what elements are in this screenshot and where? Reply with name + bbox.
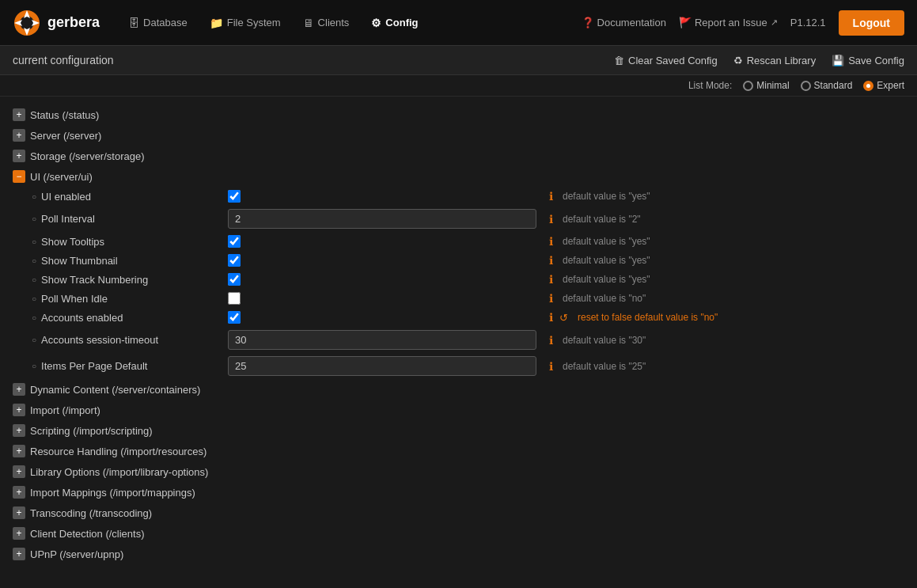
listmode-standard[interactable]: Standard	[801, 80, 853, 91]
bullet-ui-enabled: ○	[32, 192, 36, 201]
bullet-show-tooltips: ○	[32, 237, 36, 246]
expand-library-options[interactable]: +	[13, 465, 25, 478]
expand-transcoding[interactable]: +	[13, 506, 25, 519]
header-right: ❓ Documentation 🚩 Report an Issue ↗ P1.1…	[582, 10, 904, 36]
logout-button[interactable]: Logout	[839, 10, 904, 36]
bullet-show-thumbnail: ○	[32, 256, 36, 265]
reset-icon-accounts: ↺	[559, 312, 568, 324]
clear-config-button[interactable]: 🗑 Clear Saved Config	[614, 55, 718, 66]
tree-item-client-detection[interactable]: + Client Detection (/clients)	[13, 523, 904, 544]
info-accounts-enabled[interactable]: ℹ	[549, 311, 553, 324]
tree-item-dynamic-content[interactable]: + Dynamic Content (/server/containers)	[13, 379, 904, 400]
info-accounts-session-timeout[interactable]: ℹ	[549, 334, 553, 347]
external-link-icon: ↗	[771, 17, 778, 28]
radio-minimal	[743, 81, 753, 91]
report-issue-link[interactable]: 🚩 Report an Issue ↗	[679, 17, 778, 28]
reset-text-accounts[interactable]: reset to false default value is "no"	[578, 312, 718, 323]
bullet-poll-when-idle: ○	[32, 294, 36, 303]
info-items-per-page[interactable]: ℹ	[549, 360, 553, 373]
info-show-track-numbering[interactable]: ℹ	[549, 273, 553, 286]
config-row-accounts-session-timeout: ○ Accounts session-timeout ℹ default val…	[32, 327, 904, 353]
expand-status[interactable]: +	[13, 108, 25, 121]
expand-client-detection[interactable]: +	[13, 527, 25, 540]
refresh-icon: ♻	[733, 55, 743, 66]
tree-item-upnp[interactable]: + UPnP (/server/upnp)	[13, 544, 904, 564]
nav-filesystem[interactable]: 📁 File System	[200, 12, 290, 34]
tree-item-library-options[interactable]: + Library Options (/import/library-optio…	[13, 461, 904, 482]
tree-item-scripting[interactable]: + Scripting (/import/scripting)	[13, 420, 904, 441]
tree-item-ui[interactable]: − UI (/server/ui)	[13, 166, 904, 187]
flag-icon: 🚩	[679, 17, 692, 28]
nav-database[interactable]: 🗄 Database	[119, 12, 197, 34]
save-config-button[interactable]: 💾 Save Config	[832, 55, 904, 66]
checkbox-show-tooltips[interactable]	[228, 235, 241, 248]
input-accounts-session-timeout[interactable]	[228, 330, 536, 350]
info-show-thumbnail[interactable]: ℹ	[549, 254, 553, 267]
bullet-poll-interval: ○	[32, 214, 36, 223]
checkbox-show-track-numbering[interactable]	[228, 273, 241, 286]
bullet-accounts-session-timeout: ○	[32, 336, 36, 344]
expand-resource-handling[interactable]: +	[13, 445, 25, 457]
checkbox-poll-when-idle[interactable]	[228, 292, 241, 305]
rescan-library-button[interactable]: ♻ Rescan Library	[733, 55, 816, 66]
bullet-accounts-enabled: ○	[32, 313, 36, 322]
expand-scripting[interactable]: +	[13, 424, 25, 437]
documentation-link[interactable]: ❓ Documentation	[582, 17, 666, 28]
tree-item-storage[interactable]: + Storage (/server/storage)	[13, 146, 904, 166]
clients-icon: 🖥	[303, 17, 314, 29]
subheader-actions: 🗑 Clear Saved Config ♻ Rescan Library 💾 …	[614, 55, 904, 66]
expand-import-mappings[interactable]: +	[13, 486, 25, 499]
radio-standard	[801, 81, 811, 91]
header: gerbera 🗄 Database 📁 File System 🖥 Clien…	[0, 0, 917, 46]
config-row-items-per-page: ○ Items Per Page Default ℹ default value…	[32, 353, 904, 379]
expand-storage[interactable]: +	[13, 150, 25, 162]
config-icon: ⚙	[371, 17, 381, 29]
listmode-minimal[interactable]: Minimal	[743, 80, 789, 91]
input-poll-interval[interactable]	[228, 209, 536, 229]
input-items-per-page[interactable]	[228, 356, 536, 376]
checkbox-accounts-enabled[interactable]	[228, 311, 241, 324]
main-content: + Status (/status) + Server (/server) + …	[0, 97, 917, 572]
logo: gerbera	[13, 9, 100, 37]
listmode-bar: List Mode: Minimal Standard Expert	[0, 75, 917, 97]
database-icon: 🗄	[128, 17, 139, 29]
radio-expert	[863, 81, 873, 91]
bullet-items-per-page: ○	[32, 362, 36, 370]
logo-text: gerbera	[47, 14, 100, 31]
nav-clients[interactable]: 🖥 Clients	[294, 12, 359, 34]
info-show-tooltips[interactable]: ℹ	[549, 235, 553, 248]
config-row-poll-interval: ○ Poll Interval ℹ default value is "2"	[32, 206, 904, 232]
expand-server[interactable]: +	[13, 129, 25, 142]
tree-item-status[interactable]: + Status (/status)	[13, 104, 904, 125]
current-config-label: current configuration	[13, 54, 114, 66]
info-poll-interval[interactable]: ℹ	[549, 213, 553, 226]
tree-item-import-mappings[interactable]: + Import Mappings (/import/mappings)	[13, 482, 904, 503]
expand-upnp[interactable]: +	[13, 548, 25, 560]
logo-icon	[13, 9, 41, 37]
info-ui-enabled[interactable]: ℹ	[549, 190, 553, 203]
listmode-expert[interactable]: Expert	[863, 80, 904, 91]
config-row-show-track-numbering: ○ Show Track Numbering ℹ default value i…	[32, 270, 904, 289]
expand-import[interactable]: +	[13, 404, 25, 416]
tree-item-transcoding[interactable]: + Transcoding (/transcoding)	[13, 503, 904, 523]
version-label: P1.12.1	[790, 17, 826, 28]
expand-dynamic-content[interactable]: +	[13, 383, 25, 396]
config-row-show-tooltips: ○ Show Tooltips ℹ default value is "yes"	[32, 232, 904, 251]
nav-config[interactable]: ⚙ Config	[362, 12, 427, 34]
ui-config-section: ○ UI enabled ℹ default value is "yes" ○ …	[32, 187, 904, 379]
expand-ui[interactable]: −	[13, 170, 25, 183]
svg-point-1	[20, 16, 34, 30]
checkbox-ui-enabled[interactable]	[228, 190, 241, 203]
main-nav: 🗄 Database 📁 File System 🖥 Clients ⚙ Con…	[119, 12, 581, 34]
info-poll-when-idle[interactable]: ℹ	[549, 292, 553, 305]
tree-item-server[interactable]: + Server (/server)	[13, 125, 904, 146]
tree-item-import[interactable]: + Import (/import)	[13, 400, 904, 420]
trash-icon: 🗑	[614, 55, 624, 66]
config-row-show-thumbnail: ○ Show Thumbnail ℹ default value is "yes…	[32, 251, 904, 270]
tree-item-resource-handling[interactable]: + Resource Handling (/import/resources)	[13, 441, 904, 461]
listmode-label: List Mode:	[688, 80, 732, 91]
filesystem-icon: 📁	[210, 17, 223, 29]
config-row-ui-enabled: ○ UI enabled ℹ default value is "yes"	[32, 187, 904, 206]
checkbox-show-thumbnail[interactable]	[228, 254, 241, 267]
config-row-poll-when-idle: ○ Poll When Idle ℹ default value is "no"	[32, 289, 904, 308]
